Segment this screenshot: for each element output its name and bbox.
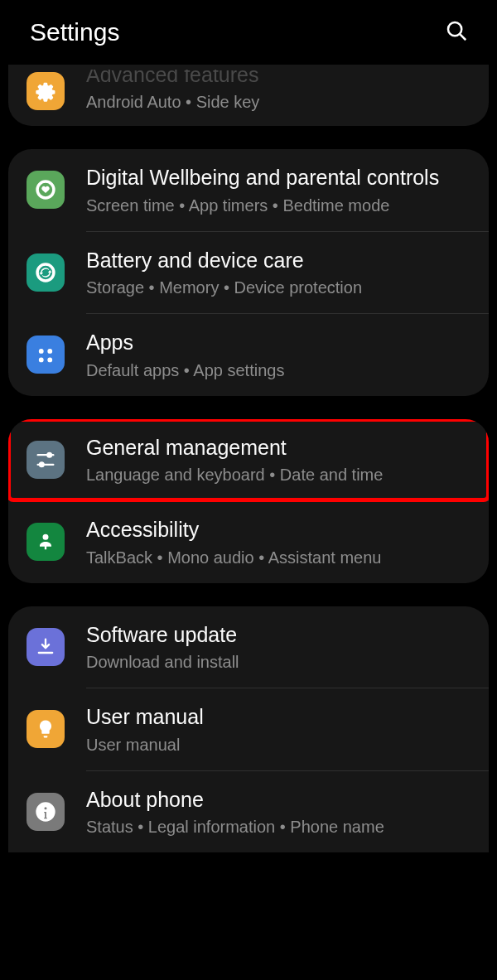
settings-item-battery[interactable]: Battery and device care Storage • Memory…	[8, 232, 489, 314]
settings-group: Digital Wellbeing and parental controls …	[8, 149, 489, 396]
item-subtitle: TalkBack • Mono audio • Assistant menu	[86, 547, 470, 568]
item-text: General management Language and keyboard…	[86, 434, 470, 486]
settings-item-general-management[interactable]: General management Language and keyboard…	[8, 419, 489, 501]
gear-icon	[27, 72, 65, 110]
item-title: Software update	[86, 621, 470, 649]
item-text: About phone Status • Legal information •…	[86, 786, 470, 838]
settings-group: Software update Download and install Use…	[8, 606, 489, 853]
settings-item-digital-wellbeing[interactable]: Digital Wellbeing and parental controls …	[8, 149, 489, 231]
item-title: About phone	[86, 786, 470, 813]
item-text: User manual User manual	[86, 703, 470, 756]
heart-circle-icon	[27, 171, 65, 209]
download-arrow-icon	[27, 628, 65, 666]
item-title: General management	[86, 434, 470, 461]
svg-point-0	[448, 22, 461, 36]
item-subtitle: Screen time • App timers • Bedtime mode	[86, 195, 470, 216]
person-icon	[27, 523, 65, 561]
svg-line-1	[460, 34, 466, 40]
item-text: Accessibility TalkBack • Mono audio • As…	[86, 516, 470, 568]
item-title: Advanced features	[86, 70, 470, 88]
item-subtitle: Android Auto • Side key	[86, 91, 470, 113]
item-text: Battery and device care Storage • Memory…	[86, 247, 470, 299]
refresh-circle-icon	[27, 253, 65, 292]
item-title: Battery and device care	[86, 247, 470, 274]
item-title: Apps	[86, 329, 470, 356]
search-icon[interactable]	[444, 18, 469, 46]
settings-header: Settings	[0, 0, 497, 65]
item-text: Digital Wellbeing and parental controls …	[86, 164, 470, 216]
item-subtitle: Language and keyboard • Date and time	[86, 464, 470, 485]
settings-item-user-manual[interactable]: User manual User manual	[8, 688, 489, 770]
settings-item-accessibility[interactable]: Accessibility TalkBack • Mono audio • As…	[8, 501, 489, 583]
item-subtitle: Download and install	[86, 651, 470, 673]
item-subtitle: Default apps • App settings	[86, 360, 470, 381]
four-dots-icon	[27, 336, 65, 374]
settings-item-about-phone[interactable]: About phone Status • Legal information •…	[8, 771, 489, 853]
sliders-icon	[27, 441, 65, 479]
item-title: User manual	[86, 703, 470, 731]
item-subtitle: User manual	[86, 734, 470, 756]
settings-item-apps[interactable]: Apps Default apps • App settings	[8, 314, 489, 396]
settings-group: General management Language and keyboard…	[8, 419, 489, 583]
item-text: Advanced features Android Auto • Side ke…	[86, 70, 470, 113]
info-icon	[27, 793, 65, 831]
item-title: Accessibility	[86, 516, 470, 543]
settings-item-advanced-features[interactable]: Advanced features Android Auto • Side ke…	[8, 65, 489, 126]
bulb-icon	[27, 710, 65, 748]
item-text: Software update Download and install	[86, 621, 470, 673]
settings-group: Advanced features Android Auto • Side ke…	[8, 65, 489, 126]
item-text: Apps Default apps • App settings	[86, 329, 470, 381]
item-subtitle: Storage • Memory • Device protection	[86, 277, 470, 298]
settings-item-software-update[interactable]: Software update Download and install	[8, 606, 489, 688]
page-title: Settings	[30, 18, 119, 46]
item-subtitle: Status • Legal information • Phone name	[86, 816, 470, 838]
item-title: Digital Wellbeing and parental controls	[86, 164, 470, 191]
